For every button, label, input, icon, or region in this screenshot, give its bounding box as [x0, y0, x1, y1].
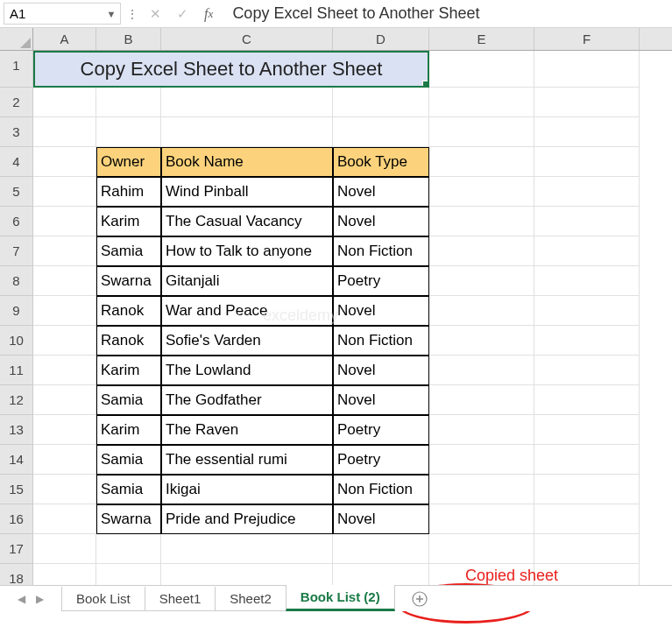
cell[interactable] — [534, 51, 640, 88]
cell[interactable] — [429, 445, 534, 475]
row-header[interactable]: 2 — [0, 88, 33, 117]
cell[interactable] — [429, 51, 534, 88]
table-cell[interactable]: Pride and Prejudice — [161, 504, 333, 534]
row-header[interactable]: 8 — [0, 266, 33, 296]
cell[interactable] — [534, 207, 640, 236]
table-cell[interactable]: The Lowland — [161, 356, 333, 385]
table-cell[interactable]: The essential rumi — [161, 445, 333, 475]
cell[interactable] — [33, 236, 96, 266]
formula-input[interactable]: Copy Excel Sheet to Another Sheet — [220, 0, 672, 27]
cell[interactable] — [534, 385, 640, 415]
cell[interactable] — [429, 117, 534, 147]
cell[interactable] — [429, 177, 534, 207]
cell[interactable] — [534, 266, 640, 296]
cell[interactable] — [33, 534, 96, 564]
row-header[interactable]: 16 — [0, 504, 33, 534]
cell[interactable] — [534, 326, 640, 356]
cell[interactable] — [429, 326, 534, 356]
table-cell[interactable]: Novel — [333, 385, 429, 415]
cell[interactable] — [33, 266, 96, 296]
cell[interactable] — [33, 504, 96, 534]
cell[interactable] — [96, 88, 161, 117]
new-sheet-button[interactable] — [412, 591, 442, 607]
table-cell[interactable]: Samia — [96, 475, 161, 504]
cell[interactable] — [33, 147, 96, 177]
cell[interactable] — [33, 385, 96, 415]
cell[interactable] — [534, 147, 640, 177]
sheet-tab[interactable]: Book List (2) — [286, 585, 395, 611]
cell[interactable] — [429, 385, 534, 415]
sheet-tab[interactable]: Book List — [61, 587, 145, 611]
cell[interactable] — [429, 296, 534, 326]
table-header[interactable]: Book Type — [333, 147, 429, 177]
select-all-corner[interactable] — [0, 28, 33, 50]
row-header[interactable]: 12 — [0, 385, 33, 415]
table-cell[interactable]: Novel — [333, 504, 429, 534]
row-header[interactable]: 3 — [0, 117, 33, 147]
table-cell[interactable]: Karim — [96, 356, 161, 385]
table-cell[interactable]: Poetry — [333, 415, 429, 445]
col-header-D[interactable]: D — [333, 28, 429, 50]
cell[interactable] — [33, 326, 96, 356]
table-cell[interactable]: Wind Pinball — [161, 177, 333, 207]
cell[interactable] — [534, 296, 640, 326]
table-cell[interactable]: War and Peace — [161, 296, 333, 326]
table-cell[interactable]: Samia — [96, 236, 161, 266]
cell[interactable] — [96, 534, 161, 564]
cell[interactable] — [534, 236, 640, 266]
cell[interactable] — [534, 475, 640, 504]
table-cell[interactable]: Ranok — [96, 326, 161, 356]
row-header[interactable]: 13 — [0, 415, 33, 445]
table-cell[interactable]: Swarna — [96, 504, 161, 534]
sheet-tab[interactable]: Sheet1 — [145, 587, 216, 611]
cell[interactable] — [534, 117, 640, 147]
cell[interactable] — [161, 117, 333, 147]
table-cell[interactable]: Karim — [96, 207, 161, 236]
cell[interactable] — [33, 177, 96, 207]
row-header[interactable]: 11 — [0, 356, 33, 385]
table-cell[interactable]: How to Talk to anyone — [161, 236, 333, 266]
cell[interactable] — [429, 356, 534, 385]
cell[interactable] — [33, 475, 96, 504]
table-cell[interactable]: Non Fiction — [333, 236, 429, 266]
table-cell[interactable]: Novel — [333, 207, 429, 236]
cell[interactable] — [429, 207, 534, 236]
cell[interactable] — [534, 445, 640, 475]
table-cell[interactable]: Samia — [96, 385, 161, 415]
row-header[interactable]: 10 — [0, 326, 33, 356]
col-header-C[interactable]: C — [161, 28, 333, 50]
table-cell[interactable]: Swarna — [96, 266, 161, 296]
cell[interactable] — [33, 296, 96, 326]
cell[interactable] — [429, 236, 534, 266]
row-header[interactable]: 15 — [0, 475, 33, 504]
spreadsheet-grid[interactable]: 1Copy Excel Sheet to Another Sheet234Own… — [0, 51, 672, 594]
table-cell[interactable]: Poetry — [333, 445, 429, 475]
sheet-nav-arrows[interactable]: ◀ ▶ — [0, 593, 61, 605]
cell[interactable] — [429, 147, 534, 177]
table-cell[interactable]: Ikigai — [161, 475, 333, 504]
cell[interactable] — [534, 177, 640, 207]
row-header[interactable]: 14 — [0, 445, 33, 475]
name-box[interactable] — [4, 6, 103, 21]
nav-next-icon[interactable]: ▶ — [36, 593, 44, 605]
cell[interactable] — [333, 117, 429, 147]
table-cell[interactable]: Gitanjali — [161, 266, 333, 296]
row-header[interactable]: 5 — [0, 177, 33, 207]
cell[interactable] — [534, 534, 640, 564]
col-header-F[interactable]: F — [534, 28, 640, 50]
table-cell[interactable]: The Godfather — [161, 385, 333, 415]
col-header-A[interactable]: A — [33, 28, 96, 50]
cell[interactable] — [96, 117, 161, 147]
cell[interactable] — [333, 534, 429, 564]
col-header-B[interactable]: B — [96, 28, 161, 50]
cell[interactable] — [161, 534, 333, 564]
table-cell[interactable]: The Raven — [161, 415, 333, 445]
cell[interactable] — [429, 415, 534, 445]
table-cell[interactable]: The Casual Vacancy — [161, 207, 333, 236]
table-cell[interactable]: Novel — [333, 356, 429, 385]
row-header[interactable]: 1 — [0, 51, 33, 88]
row-header[interactable]: 4 — [0, 147, 33, 177]
cell[interactable] — [33, 415, 96, 445]
cell[interactable] — [33, 117, 96, 147]
nav-prev-icon[interactable]: ◀ — [18, 593, 25, 605]
